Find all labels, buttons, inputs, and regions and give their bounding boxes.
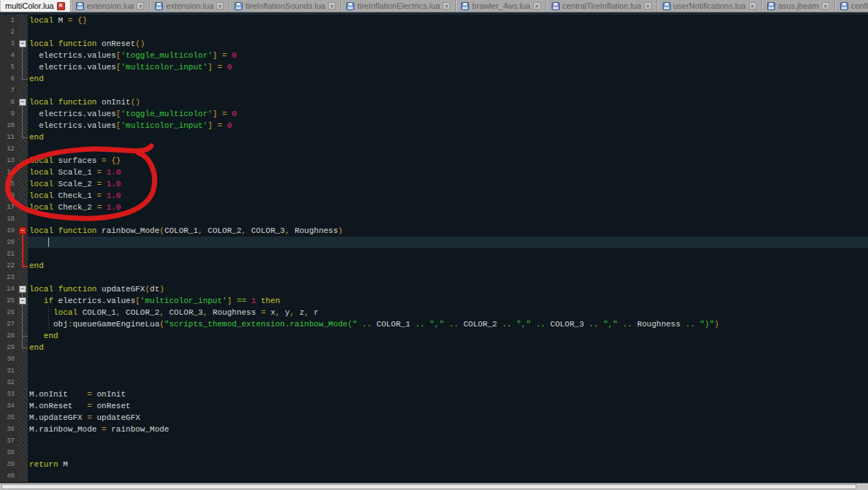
code-line-15[interactable]: local Scale_2 = 1.0 xyxy=(28,178,868,190)
line-number: 29 xyxy=(0,342,18,353)
tab-label: asus.jbeam xyxy=(778,1,819,10)
fold-marker-line-19[interactable]: − xyxy=(19,227,26,234)
indent-guide xyxy=(48,318,49,330)
line-number: 1 xyxy=(0,15,18,26)
close-icon[interactable]: ✕ xyxy=(137,2,144,9)
code-line-36[interactable]: M.rainbow_Mode = rainbow_Mode xyxy=(28,424,868,435)
tab-tireinflationelectrics-lua[interactable]: tireInflationElectrics.lua✕ xyxy=(341,0,456,12)
code-line-1[interactable]: local M = {} xyxy=(28,15,868,26)
tab-configusernotifications-lua[interactable]: configUserNotifications.lua xyxy=(835,0,868,12)
line-number: 24 xyxy=(0,283,18,295)
tab-asus-jbeam[interactable]: asus.jbeam✕ xyxy=(762,0,835,12)
line-number: 5 xyxy=(0,61,18,73)
line-number: 38 xyxy=(0,447,18,459)
code-line-30[interactable] xyxy=(28,353,868,365)
floppy-icon xyxy=(155,2,163,10)
close-icon[interactable]: ✕ xyxy=(216,2,224,9)
floppy-icon xyxy=(235,2,243,10)
line-number: 16 xyxy=(0,190,18,202)
line-number: 31 xyxy=(0,365,18,377)
line-number: 30 xyxy=(0,353,18,365)
code-line-13[interactable]: local surfaces = {} xyxy=(28,155,868,166)
code-line-39[interactable]: return M xyxy=(28,459,868,470)
code-line-12[interactable] xyxy=(28,143,868,155)
line-number: 28 xyxy=(0,330,18,342)
code-line-9[interactable]: electrics.values['toggle_multicolor'] = … xyxy=(28,108,868,120)
line-number: 23 xyxy=(0,272,18,283)
code-line-27[interactable]: obj:queueGameEngineLua("scripts_themod_e… xyxy=(28,318,868,330)
fold-marker-line-25[interactable]: − xyxy=(19,297,26,305)
code-line-22[interactable]: end xyxy=(28,260,868,272)
fold-scope-corner xyxy=(22,137,28,138)
floppy-icon xyxy=(76,2,84,10)
code-line-35[interactable]: M.updateGFX = updateGFX xyxy=(28,412,868,424)
code-line-26[interactable]: local COLOR_1, COLOR_2, COLOR_3, Roughne… xyxy=(28,307,868,318)
fold-scope-line xyxy=(22,305,23,336)
code-line-37[interactable] xyxy=(28,435,868,447)
code-line-32[interactable] xyxy=(28,377,868,388)
code-line-5[interactable]: electrics.values['multicolor_input'] = 0 xyxy=(28,61,868,73)
fold-marker-line-8[interactable]: − xyxy=(19,99,26,106)
line-number: 7 xyxy=(0,85,18,96)
fold-scope-line xyxy=(22,106,23,137)
code-line-28[interactable]: end xyxy=(28,330,868,342)
code-line-14[interactable]: local Scale_1 = 1.0 xyxy=(28,166,868,178)
code-line-19[interactable]: local function rainbow_Mode(COLOR_1, COL… xyxy=(28,225,868,237)
line-number: 13 xyxy=(0,155,18,166)
editor[interactable]: 1234567891011121314151617181920212223242… xyxy=(0,15,868,483)
close-icon[interactable]: ✕ xyxy=(443,2,450,9)
line-number: 15 xyxy=(0,178,18,190)
code-line-4[interactable]: electrics.values['toggle_multicolor'] = … xyxy=(28,50,868,61)
code-line-17[interactable]: local Check_2 = 1.0 xyxy=(28,202,868,213)
code-line-38[interactable] xyxy=(28,447,868,459)
code-line-20[interactable] xyxy=(28,237,868,248)
close-icon[interactable]: ✕ xyxy=(328,2,335,9)
code-line-34[interactable]: M.onReset = onReset xyxy=(28,400,868,412)
close-icon[interactable]: ✕ xyxy=(533,2,541,9)
line-number: 4 xyxy=(0,50,18,61)
floppy-icon xyxy=(461,2,469,10)
code-area[interactable]: local M = {}local function onReset() ele… xyxy=(28,15,868,482)
horizontal-scrollbar[interactable] xyxy=(0,483,868,490)
fold-margin[interactable]: −−−−− xyxy=(18,15,28,482)
fold-marker-line-24[interactable]: − xyxy=(19,286,26,293)
tab-multicolor-lua[interactable]: multiColor.lua✕ xyxy=(0,0,71,12)
tab-usernotifications-lua[interactable]: userNotifications.lua✕ xyxy=(658,0,762,12)
close-icon[interactable]: ✕ xyxy=(822,2,829,9)
line-number: 9 xyxy=(0,108,18,120)
code-line-31[interactable] xyxy=(28,365,868,377)
code-line-33[interactable]: M.onInit = onInit xyxy=(28,388,868,400)
line-number: 10 xyxy=(0,120,18,131)
notepad-plus-plus-window: multiColor.lua✕extension.lua✕extension.l… xyxy=(0,0,868,490)
close-icon[interactable]: ✕ xyxy=(749,2,756,9)
code-line-16[interactable]: local Check_1 = 1.0 xyxy=(28,190,868,202)
code-line-11[interactable]: end xyxy=(28,131,868,143)
code-line-40[interactable] xyxy=(28,470,868,482)
tab-centraltireinflation-lua[interactable]: centralTireInflation.lua✕ xyxy=(547,0,658,12)
code-line-25[interactable]: if electrics.values['multicolor_input'] … xyxy=(28,295,868,307)
code-line-23[interactable] xyxy=(28,272,868,283)
tab-extension-lua[interactable]: extension.lua✕ xyxy=(71,0,151,12)
tab-label: multiColor.lua xyxy=(5,1,54,10)
fold-scope-corner xyxy=(22,79,28,80)
fold-scope-line xyxy=(22,47,23,79)
code-line-21[interactable] xyxy=(28,248,868,260)
close-icon[interactable]: ✕ xyxy=(644,2,652,9)
code-line-2[interactable] xyxy=(28,26,868,38)
code-line-18[interactable] xyxy=(28,213,868,225)
code-line-3[interactable]: local function onReset() xyxy=(28,38,868,50)
code-line-24[interactable]: local function updateGFX(dt) xyxy=(28,283,868,295)
code-line-8[interactable]: local function onInit() xyxy=(28,96,868,108)
tab-tireinflationsounds-lua[interactable]: tireInflationSounds.lua✕ xyxy=(229,0,341,12)
code-line-6[interactable]: end xyxy=(28,73,868,85)
code-line-10[interactable]: electrics.values['multicolor_input'] = 0 xyxy=(28,120,868,131)
tab-label: extension.lua xyxy=(166,1,213,10)
code-line-7[interactable] xyxy=(28,85,868,96)
fold-marker-line-3[interactable]: − xyxy=(19,40,26,47)
floppy-icon xyxy=(663,2,671,10)
tab-brawler-4ws-lua[interactable]: brawler_4ws.lua✕ xyxy=(456,0,546,12)
close-icon[interactable]: ✕ xyxy=(57,2,65,10)
code-line-29[interactable]: end xyxy=(28,342,868,353)
tab-extension-lua[interactable]: extension.lua✕ xyxy=(150,0,229,12)
scrollbar-thumb[interactable] xyxy=(1,484,856,489)
